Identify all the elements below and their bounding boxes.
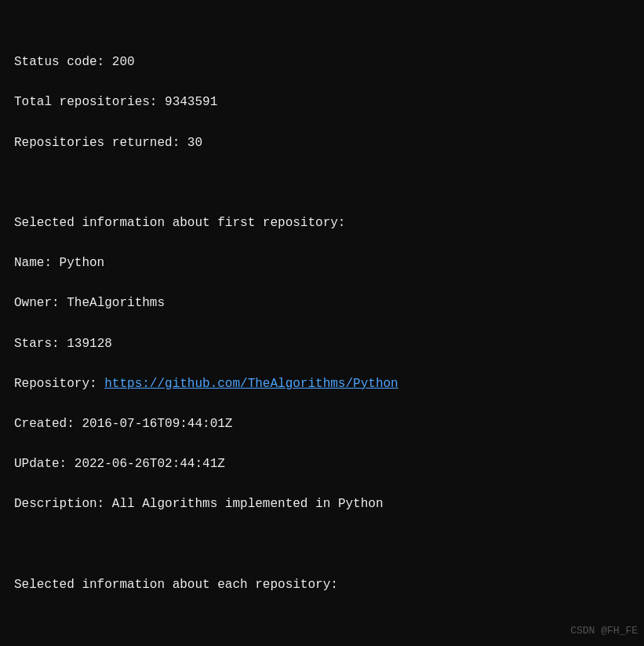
first-repo-updated: UPdate: 2022-06-26T02:44:41Z bbox=[14, 454, 630, 475]
total-repos-line: Total repositories: 9343591 bbox=[14, 93, 630, 113]
first-repo-created: Created: 2016-07-16T09:44:01Z bbox=[14, 414, 630, 435]
repos-returned-line: Repositories returned: 30 bbox=[14, 133, 630, 154]
first-repo-stars: Stars: 139128 bbox=[14, 334, 630, 355]
status-code-line: Status code: 200 bbox=[14, 53, 630, 73]
first-repo-header: Selected information about first reposit… bbox=[14, 214, 630, 234]
first-repo-owner: Owner: TheAlgorithms bbox=[14, 294, 630, 314]
terminal-output: Status code: 200 Total repositories: 934… bbox=[14, 13, 630, 646]
each-repo-header: Selected information about each reposito… bbox=[14, 575, 630, 596]
first-repo-name: Name: Python bbox=[14, 254, 630, 274]
first-repo-link[interactable]: https://github.com/TheAlgorithms/Python bbox=[104, 377, 398, 391]
first-repo-desc: Description: All Algorithms implemented … bbox=[14, 495, 630, 515]
watermark: CSDN @FH_FE bbox=[570, 623, 638, 640]
first-repo-url-line: Repository: https://github.com/TheAlgori… bbox=[14, 374, 630, 395]
